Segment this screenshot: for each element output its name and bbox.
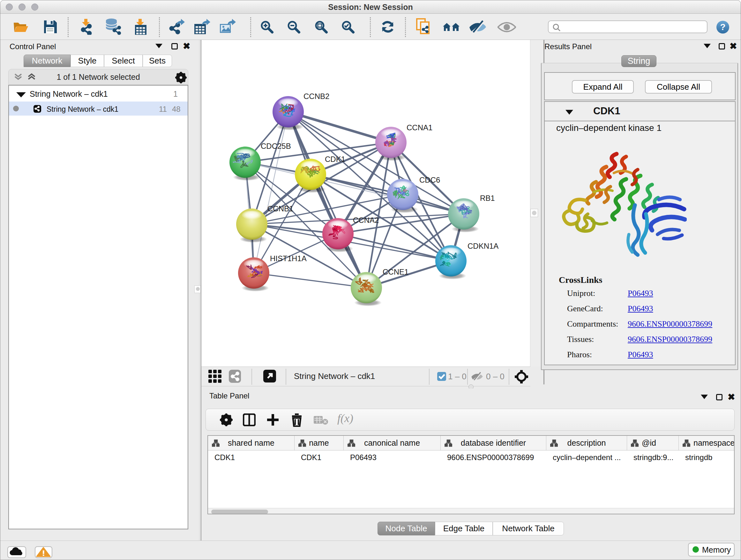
svg-text:HIST1H1A: HIST1H1A: [270, 254, 307, 263]
svg-text:CCNA1: CCNA1: [407, 123, 432, 132]
svg-text:CDC25B: CDC25B: [261, 142, 291, 150]
svg-text:CCNA2: CCNA2: [353, 216, 379, 225]
svg-text:CCNB1: CCNB1: [267, 204, 293, 213]
svg-text:CDC6: CDC6: [419, 176, 440, 184]
svg-text:CDK1: CDK1: [325, 155, 345, 164]
svg-text:CCNB2: CCNB2: [304, 92, 329, 101]
svg-text:CDKN1A: CDKN1A: [468, 242, 498, 250]
svg-text:RB1: RB1: [480, 194, 495, 202]
svg-text:CCNE1: CCNE1: [383, 267, 408, 276]
